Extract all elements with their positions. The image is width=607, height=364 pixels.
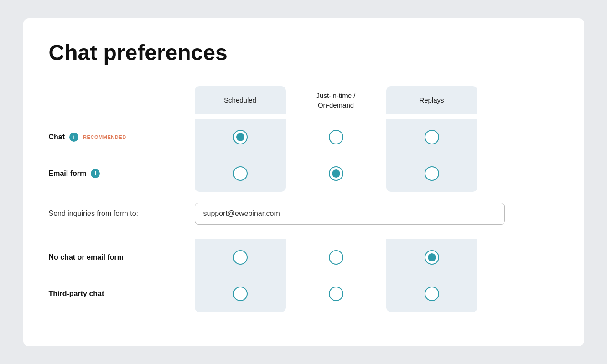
chat-replays-radio[interactable]	[425, 130, 439, 144]
email-form-jit-radio[interactable]	[329, 166, 343, 181]
chat-info-icon[interactable]: i	[69, 133, 78, 142]
email-input-label: Send inquiries from form to:	[49, 210, 195, 218]
third-party-scheduled-radio[interactable]	[233, 287, 248, 301]
chat-scheduled-radio-inner	[236, 133, 244, 141]
chat-jit-radio[interactable]	[329, 130, 343, 144]
col-header-replays: Replays	[386, 86, 477, 114]
no-chat-jit-cell	[286, 239, 386, 276]
bottom-grid: No chat or email form Third-party chat	[49, 239, 559, 312]
chat-jit-cell	[286, 119, 386, 155]
email-input-row: Send inquiries from form to:	[49, 203, 559, 225]
chat-label: Chat	[49, 133, 65, 141]
no-chat-label: No chat or email form	[49, 243, 195, 272]
top-grid: Scheduled Just-in-time /On-demand Replay…	[49, 82, 559, 192]
third-party-scheduled-cell	[195, 276, 286, 312]
no-chat-replays-radio-inner	[428, 253, 436, 261]
no-chat-scheduled-cell	[195, 239, 286, 276]
col-header-scheduled: Scheduled	[195, 86, 286, 114]
email-form-replays-radio[interactable]	[425, 166, 439, 181]
email-form-jit-cell	[286, 155, 386, 192]
email-form-replays-cell	[386, 155, 477, 192]
no-chat-replays-cell	[386, 239, 477, 276]
third-party-jit-cell	[286, 276, 386, 312]
email-form-info-icon[interactable]: i	[91, 169, 100, 178]
email-form-row-label: Email form i	[49, 158, 195, 189]
col-header-just-in-time: Just-in-time /On-demand	[286, 82, 386, 119]
email-form-scheduled-radio[interactable]	[233, 166, 248, 181]
chat-scheduled-radio[interactable]	[233, 130, 248, 144]
chat-preferences-card: Chat preferences Scheduled Just-in-time …	[23, 18, 584, 346]
chat-replays-cell	[386, 119, 477, 155]
no-chat-jit-radio[interactable]	[329, 250, 343, 265]
chat-row-label: Chat i RECOMMENDED	[49, 122, 195, 153]
third-party-replays-cell	[386, 276, 477, 312]
third-party-label: Third-party chat	[49, 280, 195, 308]
email-form-jit-radio-inner	[332, 169, 340, 178]
email-form-scheduled-cell	[195, 155, 286, 192]
third-party-replays-radio[interactable]	[425, 287, 439, 301]
email-input-wrapper	[195, 203, 505, 225]
page-title: Chat preferences	[49, 40, 559, 65]
email-form-label: Email form	[49, 169, 87, 178]
no-chat-scheduled-radio[interactable]	[233, 250, 248, 265]
email-input[interactable]	[195, 203, 505, 225]
third-party-jit-radio[interactable]	[329, 287, 343, 301]
no-chat-replays-radio[interactable]	[425, 250, 439, 265]
chat-recommended-badge: RECOMMENDED	[83, 134, 126, 140]
chat-scheduled-cell	[195, 119, 286, 155]
